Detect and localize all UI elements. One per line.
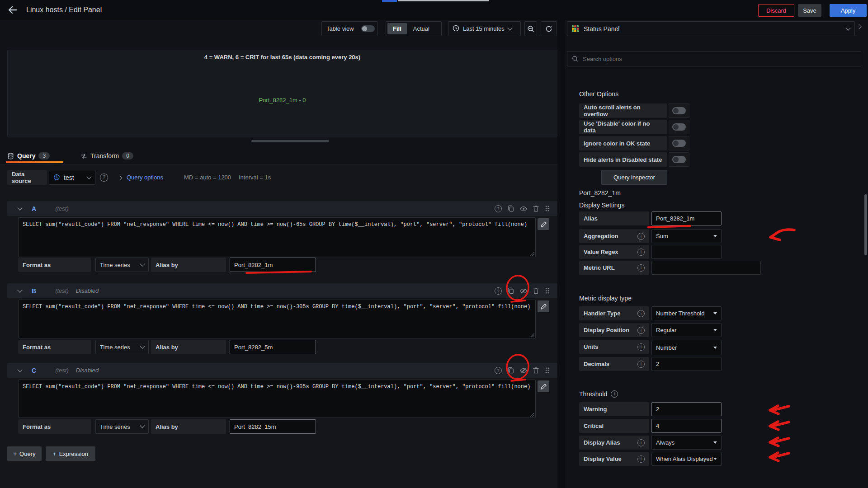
- resize-grip[interactable]: [530, 333, 534, 337]
- metric-url-input[interactable]: [651, 261, 761, 275]
- ignore-ok-toggle[interactable]: [669, 136, 689, 150]
- caret-down-icon: [713, 347, 717, 349]
- add-query-button[interactable]: +Query: [7, 446, 42, 461]
- save-button[interactable]: Save: [798, 4, 821, 17]
- query-row-header-b[interactable]: B (test) Disabled ?: [7, 283, 557, 298]
- caret-down-icon: [713, 458, 717, 460]
- query-ref[interactable]: A: [32, 205, 36, 212]
- top-nav-bar: Linux hosts / Edit Panel Discard Save Ap…: [0, 0, 868, 20]
- query-ref[interactable]: C: [32, 367, 36, 374]
- value-regex-input[interactable]: [651, 245, 722, 259]
- eye-slash-icon[interactable]: [520, 288, 527, 294]
- copy-icon[interactable]: [508, 205, 514, 212]
- edit-query-button[interactable]: [538, 218, 549, 230]
- disable-color-toggle[interactable]: [669, 120, 689, 134]
- hide-disabled-toggle[interactable]: [669, 152, 689, 167]
- eye-slash-icon[interactable]: [520, 367, 527, 374]
- options-search[interactable]: [567, 51, 861, 66]
- zoom-out-button[interactable]: [524, 21, 537, 36]
- table-view-toggle[interactable]: [361, 25, 375, 32]
- actual-option[interactable]: Actual: [408, 23, 435, 34]
- fill-option[interactable]: Fill: [387, 23, 407, 34]
- drag-handle-icon[interactable]: [545, 205, 549, 212]
- top-edge-gray-bar: [398, 0, 489, 1]
- decimals-label: Decimalsi: [579, 357, 649, 371]
- alias-by-input[interactable]: [230, 340, 316, 354]
- annotation-arrow-warning: [770, 406, 789, 414]
- query-options-link[interactable]: Query options: [127, 174, 163, 181]
- refresh-button[interactable]: [541, 21, 557, 36]
- trash-icon[interactable]: [533, 287, 539, 294]
- query-datasource: (test): [55, 287, 69, 294]
- query-inspector-button[interactable]: Query inspector: [601, 170, 667, 185]
- handler-type-select[interactable]: Number Threshold: [651, 306, 722, 320]
- add-expression-button[interactable]: +Expression: [46, 446, 95, 461]
- resize-grip[interactable]: [530, 412, 534, 417]
- warning-input[interactable]: [651, 402, 722, 416]
- copy-icon[interactable]: [508, 287, 514, 294]
- decimals-input[interactable]: [651, 357, 722, 371]
- toggle-label-hide-disabled: Hide alerts in Disabled state: [579, 152, 667, 167]
- trash-icon[interactable]: [533, 367, 539, 374]
- visualization-select[interactable]: Status Panel: [567, 21, 855, 36]
- help-icon[interactable]: ?: [495, 287, 502, 295]
- aggregation-select[interactable]: Sum: [651, 229, 722, 243]
- threshold-title-row: Threshold i: [579, 390, 618, 398]
- help-icon[interactable]: ?: [495, 205, 502, 212]
- format-as-select[interactable]: Time series: [95, 258, 149, 272]
- critical-input[interactable]: [651, 419, 722, 433]
- trash-icon[interactable]: [533, 205, 539, 212]
- units-select[interactable]: Number: [651, 340, 722, 355]
- time-range-label: Last 15 minutes: [463, 25, 505, 32]
- info-icon: i: [637, 327, 645, 334]
- alias-input[interactable]: [651, 211, 722, 225]
- plus-icon: +: [53, 450, 57, 457]
- chevron-down-icon[interactable]: [17, 205, 22, 210]
- copy-icon[interactable]: [508, 367, 514, 374]
- tab-query[interactable]: Query 3: [7, 149, 50, 163]
- format-as-select[interactable]: Time series: [95, 419, 149, 434]
- query-sql-editor[interactable]: SELECT sum("result_code") FROM "net_resp…: [18, 380, 536, 418]
- back-arrow-icon[interactable]: [7, 5, 18, 17]
- chevron-down-icon[interactable]: [17, 367, 22, 372]
- display-value-label: Display Valuei: [579, 452, 649, 466]
- discard-button[interactable]: Discard: [758, 4, 794, 17]
- data-source-select[interactable]: test: [49, 170, 95, 185]
- sidebar-scrollbar[interactable]: [864, 194, 867, 255]
- query-actions: ?: [495, 205, 549, 212]
- apply-button[interactable]: Apply: [830, 4, 867, 17]
- info-icon: i: [637, 233, 645, 240]
- collapse-options-button[interactable]: [857, 25, 861, 28]
- display-position-select[interactable]: Regular: [651, 323, 722, 337]
- query-row-header-a[interactable]: A (test) ?: [7, 201, 557, 216]
- query-ref[interactable]: B: [32, 287, 36, 295]
- query-sql-editor[interactable]: SELECT sum("result_code") FROM "net_resp…: [18, 217, 536, 257]
- annotation-arrow-display-value: [770, 453, 789, 461]
- edit-query-button[interactable]: [538, 380, 549, 392]
- alias-label: Alias: [579, 211, 649, 225]
- time-range-picker[interactable]: Last 15 minutes: [448, 21, 521, 36]
- display-alias-select[interactable]: Always: [651, 436, 722, 450]
- resize-grip[interactable]: [530, 251, 534, 256]
- alias-by-input[interactable]: [230, 419, 316, 434]
- chevron-down-icon[interactable]: [17, 287, 22, 292]
- tab-query-label: Query: [17, 152, 35, 160]
- threshold-title: Threshold: [579, 390, 607, 398]
- drag-handle-icon[interactable]: [545, 287, 549, 294]
- query-row-header-c[interactable]: C (test) Disabled ?: [7, 363, 557, 378]
- help-icon[interactable]: ?: [495, 367, 502, 374]
- eye-icon[interactable]: [520, 206, 527, 212]
- drag-handle-icon[interactable]: [545, 367, 549, 374]
- edit-query-button[interactable]: [538, 300, 549, 312]
- auto-scroll-toggle[interactable]: [669, 103, 689, 118]
- pane-resize-handle[interactable]: [251, 140, 329, 142]
- display-value-select[interactable]: When Alias Displayed: [651, 452, 722, 466]
- search-options-input[interactable]: [582, 55, 837, 63]
- tab-transform[interactable]: Transform 0: [80, 149, 133, 163]
- alias-by-input[interactable]: [230, 258, 316, 272]
- display-position-label: Display Positioni: [579, 323, 649, 337]
- format-as-select[interactable]: Time series: [95, 340, 149, 354]
- metric-display-title: Metric display type: [579, 295, 632, 302]
- query-sql-editor[interactable]: SELECT sum("result_code") FROM "net_resp…: [18, 300, 536, 338]
- data-source-help-button[interactable]: ?: [98, 170, 110, 185]
